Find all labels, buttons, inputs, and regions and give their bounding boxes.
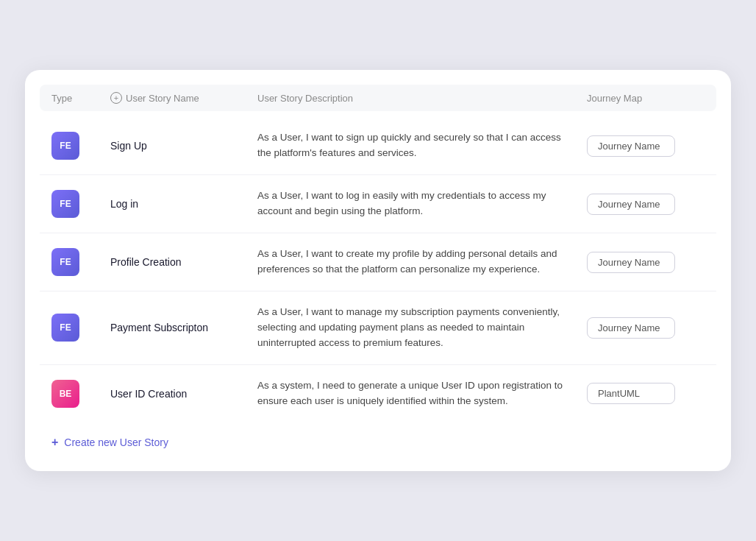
type-cell: FE	[51, 132, 110, 160]
journey-cell: Journey Name	[587, 194, 705, 215]
table-row: FE Sign Up As a User, I want to sign up …	[40, 117, 716, 175]
journey-badge[interactable]: Journey Name	[587, 317, 675, 339]
story-desc-cell: As a User, I want to create my profile b…	[257, 247, 587, 277]
journey-cell: PlantUML	[587, 383, 705, 404]
type-badge: BE	[51, 380, 79, 408]
type-cell: FE	[51, 190, 110, 218]
story-desc-cell: As a User, I want to manage my subscript…	[257, 305, 587, 351]
type-cell: FE	[51, 314, 110, 342]
story-desc-cell: As a User, I want to sign up quickly and…	[257, 130, 587, 161]
add-story-icon[interactable]: +	[110, 92, 122, 104]
table-row: FE Payment Subscripton As a User, I want…	[40, 291, 716, 365]
table-header: Type + User Story Name User Story Descri…	[40, 85, 716, 111]
story-name-cell: Log in	[110, 198, 257, 210]
plus-icon: +	[51, 436, 58, 449]
story-desc-cell: As a User, I want to log in easily with …	[257, 188, 587, 219]
table-rows: FE Sign Up As a User, I want to sign up …	[40, 117, 716, 422]
story-desc-cell: As a system, I need to generate a unique…	[257, 378, 587, 409]
col-type: Type	[51, 92, 110, 104]
type-badge: FE	[51, 132, 79, 160]
col-story-name: + User Story Name	[110, 92, 257, 104]
journey-badge[interactable]: Journey Name	[587, 194, 675, 215]
table-container: Type + User Story Name User Story Descri…	[40, 85, 716, 448]
journey-cell: Journey Name	[587, 317, 705, 339]
create-new-label: Create new User Story	[64, 436, 168, 448]
table-row: FE Log in As a User, I want to log in ea…	[40, 175, 716, 233]
table-row: FE Profile Creation As a User, I want to…	[40, 233, 716, 291]
story-name-cell: Sign Up	[110, 140, 257, 152]
table-row: BE User ID Creation As a system, I need …	[40, 365, 716, 422]
story-name-cell: Profile Creation	[110, 256, 257, 268]
journey-badge[interactable]: PlantUML	[587, 383, 675, 404]
type-badge: FE	[51, 314, 79, 342]
journey-badge[interactable]: Journey Name	[587, 252, 675, 273]
main-card: Type + User Story Name User Story Descri…	[25, 70, 731, 470]
story-name-cell: User ID Creation	[110, 388, 257, 400]
journey-cell: Journey Name	[587, 252, 705, 273]
type-badge: FE	[51, 248, 79, 276]
type-badge: FE	[51, 190, 79, 218]
col-story-desc: User Story Description	[257, 92, 587, 104]
story-name-cell: Payment Subscripton	[110, 322, 257, 333]
journey-badge[interactable]: Journey Name	[587, 135, 675, 157]
type-cell: BE	[51, 380, 110, 408]
journey-cell: Journey Name	[587, 135, 705, 157]
type-cell: FE	[51, 248, 110, 276]
create-new-button[interactable]: + Create new User Story	[40, 436, 716, 449]
col-journey: Journey Map	[587, 92, 705, 104]
